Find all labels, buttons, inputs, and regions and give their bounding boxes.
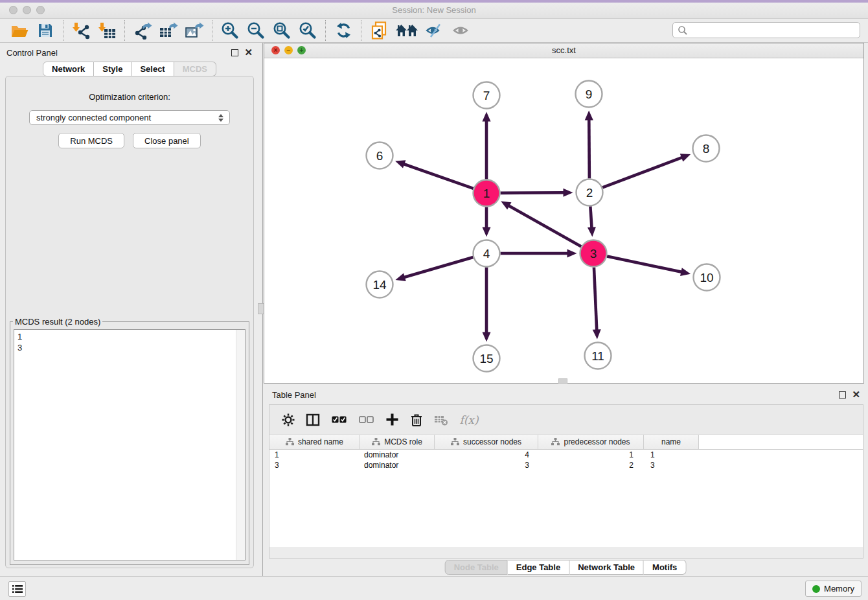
table-cell[interactable]: 1 <box>538 450 644 459</box>
graph-edge-1-7[interactable] <box>483 112 491 179</box>
graph-edge-1-2[interactable] <box>500 189 573 197</box>
search-input[interactable] <box>688 23 860 38</box>
close-table-panel-icon[interactable]: ✕ <box>852 391 860 398</box>
mcds-result-textarea[interactable]: 1 3 <box>14 329 246 560</box>
import-network-button[interactable] <box>68 19 94 41</box>
graph-node-9[interactable]: 9 <box>576 81 602 108</box>
graph-edge-1-4[interactable] <box>483 207 491 237</box>
table-cell[interactable]: 3 <box>644 461 699 470</box>
open-folder-icon <box>10 23 29 38</box>
table-cell[interactable]: dominator <box>360 461 435 470</box>
toggle-panel-mode-button[interactable] <box>303 410 323 430</box>
graph-node-14[interactable]: 14 <box>367 271 393 298</box>
tab-edge-table[interactable]: Edge Table <box>508 560 569 575</box>
graph-node-15[interactable]: 15 <box>474 345 500 372</box>
graph-node-11[interactable]: 11 <box>585 343 611 369</box>
tab-style[interactable]: Style <box>94 62 131 76</box>
clone-network-button[interactable] <box>366 19 392 41</box>
graph-node-4[interactable]: 4 <box>474 240 500 267</box>
table-row[interactable]: 1dominator411 <box>269 450 863 460</box>
table-cell[interactable]: 4 <box>435 450 538 459</box>
criterion-dropdown[interactable]: strongly connected component <box>29 110 230 125</box>
show-graphics-details-button[interactable] <box>392 19 422 41</box>
toolbar-search-field[interactable] <box>672 22 860 38</box>
graph-node-1[interactable]: 1 <box>474 180 500 207</box>
zoom-selected-button[interactable] <box>295 19 321 41</box>
graph-edge-3-11[interactable] <box>593 267 601 339</box>
column-settings-button[interactable] <box>279 410 298 430</box>
zoom-in-button[interactable] <box>217 19 243 41</box>
column-header-MCDS-role[interactable]: MCDS role <box>360 435 435 449</box>
graph-edge-4-14[interactable] <box>395 257 473 281</box>
table-cell[interactable]: 3 <box>435 461 538 470</box>
table-cell[interactable]: 2 <box>538 461 644 470</box>
graph-edge-4-3[interactable] <box>501 249 577 258</box>
graph-edge-2-9[interactable] <box>585 110 593 178</box>
graph-edge-4-15[interactable] <box>483 268 491 342</box>
export-network-button[interactable] <box>130 19 155 41</box>
float-panel-icon[interactable] <box>231 49 238 56</box>
graph-edge-1-6[interactable] <box>395 160 474 189</box>
tab-network-table[interactable]: Network Table <box>569 560 644 575</box>
graph-node-3[interactable]: 3 <box>580 240 607 267</box>
graph-node-6[interactable]: 6 <box>367 143 393 169</box>
graph-edge-2-3[interactable] <box>588 206 596 237</box>
save-session-button[interactable] <box>32 19 58 41</box>
run-mcds-button[interactable]: Run MCDS <box>58 133 124 148</box>
result-scrollbar[interactable] <box>236 330 245 560</box>
graph-node-8[interactable]: 8 <box>693 135 720 162</box>
deselect-all-button[interactable] <box>355 410 377 430</box>
horizontal-splitter-handle[interactable] <box>558 378 567 384</box>
graph-edge-3-10[interactable] <box>607 256 691 276</box>
export-table-button[interactable] <box>155 19 181 41</box>
main-toolbar <box>0 19 868 43</box>
network-canvas[interactable]: 7968124314101511 <box>264 58 863 383</box>
table-row[interactable]: 3dominator323 <box>269 460 863 470</box>
open-session-button[interactable] <box>6 19 32 41</box>
close-panel-icon[interactable]: ✕ <box>244 49 253 56</box>
tab-network[interactable]: Network <box>43 62 94 76</box>
export-image-button[interactable] <box>181 19 207 41</box>
column-header-name[interactable]: name <box>644 435 699 449</box>
show-annotations-button[interactable] <box>448 19 474 41</box>
table-cell[interactable]: 1 <box>269 450 360 459</box>
import-table-button[interactable] <box>94 19 120 41</box>
tab-select[interactable]: Select <box>131 62 174 76</box>
table-cell[interactable]: 3 <box>269 461 360 470</box>
tab-mcds[interactable]: MCDS <box>174 62 216 76</box>
control-panel: Control Panel ✕ Network Style Select MCD… <box>0 43 259 577</box>
zoom-out-button[interactable] <box>243 19 269 41</box>
column-header-shared-name[interactable]: shared name <box>269 435 360 449</box>
apply-preferred-layout-button[interactable] <box>330 19 356 41</box>
svg-text:6: 6 <box>376 149 383 163</box>
graph-node-2[interactable]: 2 <box>577 179 603 206</box>
graph-edge-2-8[interactable] <box>602 154 691 187</box>
graph-node-10[interactable]: 10 <box>694 264 720 291</box>
destroy-table-button-disabled <box>431 410 451 430</box>
float-table-panel-icon[interactable] <box>839 391 846 398</box>
table-horizontal-scrollbar[interactable] <box>269 548 863 558</box>
close-panel-button[interactable]: Close panel <box>133 133 201 148</box>
svg-text:14: 14 <box>372 278 387 292</box>
select-all-button[interactable] <box>328 410 350 430</box>
hide-annotations-button[interactable] <box>422 19 448 41</box>
fit-content-button[interactable] <box>269 19 295 41</box>
tab-node-table[interactable]: Node Table <box>445 560 508 575</box>
import-table-icon <box>97 22 117 40</box>
graph-node-7[interactable]: 7 <box>474 82 500 109</box>
task-history-button[interactable] <box>8 581 26 597</box>
column-header-predecessor-nodes[interactable]: predecessor nodes <box>538 435 644 449</box>
delete-column-button[interactable] <box>407 410 426 430</box>
toolbar-separator <box>212 20 212 41</box>
memory-button[interactable]: Memory <box>805 581 862 597</box>
table-cell[interactable]: dominator <box>360 450 435 459</box>
tab-motifs[interactable]: Motifs <box>644 560 686 575</box>
table-cell[interactable]: 1 <box>644 450 699 459</box>
add-column-button[interactable] <box>382 410 402 430</box>
svg-text:10: 10 <box>700 271 713 284</box>
hierarchy-icon <box>286 438 294 446</box>
column-header-successor-nodes[interactable]: successor nodes <box>435 435 538 449</box>
export-table-icon <box>159 22 178 40</box>
graph-edge-3-1[interactable] <box>501 202 581 247</box>
network-window-titlebar[interactable]: × − + scc.txt <box>264 43 863 58</box>
